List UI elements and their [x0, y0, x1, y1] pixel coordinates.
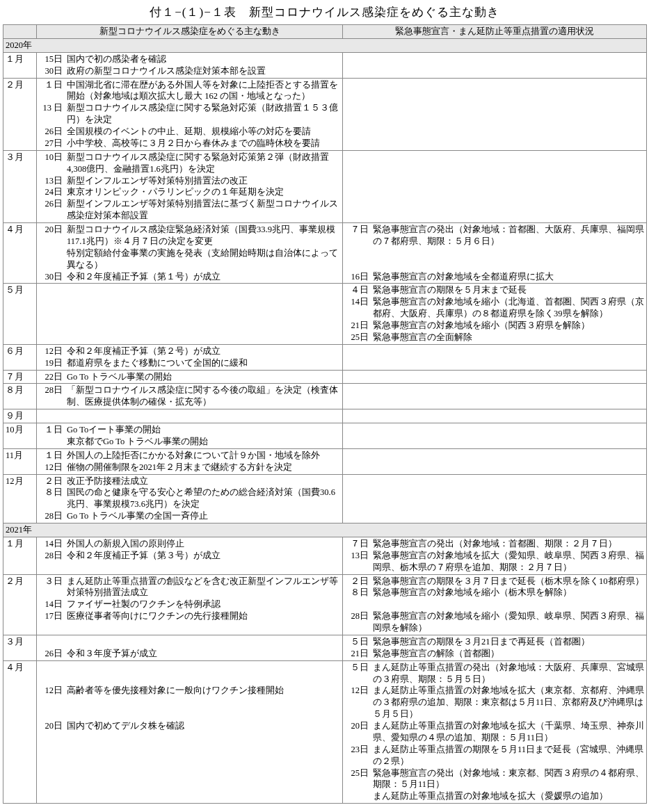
month-cell: ４月 [3, 223, 37, 284]
list-item: 19日都道府県をまたぐ移動について全国的に緩和 [39, 357, 340, 369]
entry-day: １日 [39, 424, 67, 436]
list-item: ８日緊急事態宣言の対象地域を縮小（栃木県を解除） [345, 587, 644, 599]
entry-day: 26日 [39, 198, 67, 210]
list-item: 12日令和２年度補正予算（第２号）が成立 [39, 346, 340, 357]
entry-text: Go To トラベル事業の全国一斉停止 [67, 510, 340, 522]
entry-day: 13日 [345, 550, 373, 562]
entry-text: 緊急事態宣言の期限を３月21日まで再延長（首都圏） [373, 636, 644, 648]
decl-cell [343, 423, 647, 449]
decl-cell [343, 150, 647, 222]
decl-cell [343, 52, 647, 78]
entry-day: １日 [39, 79, 67, 91]
list-item: 20日新型コロナウイルス感染症緊急経済対策（国費33.9兆円、事業規模117.1… [39, 224, 340, 247]
list-item: 24日東京オリンピック・パラリンピックの１年延期を決定 [39, 186, 340, 198]
entry-text: 外国人の上陸拒否にかかる対象について計９か国・地域を除外 [67, 450, 340, 462]
entry-text: 緊急事態宣言の対象地域を拡大（愛知県、岐阜県、関西３府県、福岡県、栃木県の７府県… [373, 550, 644, 574]
main-cell: 20日新型コロナウイルス感染症緊急経済対策（国費33.9兆円、事業規模117.1… [37, 223, 343, 284]
list-item: 20日国内で初めてデルタ株を確認 [39, 720, 340, 732]
list-item: ７日緊急事態宣言の発出（対象地域：首都圏、期限：２月７日） [345, 538, 644, 550]
table-row: 10月１日Go Toイート事業の開始東京都でGo To トラベル事業の開始 [3, 423, 647, 449]
list-item: ２日改正予防接種法成立 [39, 476, 340, 487]
entry-day: 24日 [39, 186, 67, 198]
main-cell: １日外国人の上陸拒否にかかる対象について計９か国・地域を除外12日催物の開催制限… [37, 448, 343, 474]
list-item: １日外国人の上陸拒否にかかる対象について計９か国・地域を除外 [39, 450, 340, 462]
table-row: ２月３日まん延防止等重点措置の創設などを含む改正新型インフルエンザ等対策特別措置… [3, 574, 647, 635]
entry-text: 東京都でGo To トラベル事業の開始 [67, 436, 340, 448]
entry-day: 27日 [39, 138, 67, 149]
list-item: 12日高齢者等を優先接種対象に一般向けワクチン接種開始 [39, 685, 340, 697]
decl-cell: ４日緊急事態宣言の期限を５月末まで延長14日緊急事態宣言の対象地域を縮小（北海道… [343, 284, 647, 344]
entry-day: 16日 [345, 271, 373, 283]
month-cell: ３月 [3, 635, 37, 660]
main-cell: 22日Go To トラベル事業の開始 [37, 370, 343, 384]
entry-text: 緊急事態宣言の対象地域を縮小（栃木県を解除） [373, 587, 644, 599]
entry-text: 緊急事態宣言の期限を３月７日まで延長（栃木県を除く10都府県） [373, 576, 644, 587]
entry-day: 14日 [39, 538, 67, 550]
list-item: 27日小中学校、高校等に３月２日から春休みまでの臨時休校を要請 [39, 138, 340, 149]
entry-text: 令和３年度予算が成立 [67, 648, 340, 660]
entry-text: 東京オリンピック・パラリンピックの１年延期を決定 [67, 186, 340, 198]
table-row: ４月12日高齢者等を優先接種対象に一般向けワクチン接種開始20日国内で初めてデル… [3, 660, 647, 804]
entry-day: ３日 [39, 576, 67, 587]
list-item: 30日政府の新型コロナウイルス感染症対策本部を設置 [39, 65, 340, 77]
entry-day: 19日 [39, 357, 67, 369]
month-cell: １月 [3, 537, 37, 574]
entry-text: 外国人の新規入国の原則停止 [67, 538, 340, 550]
entry-day: 28日 [39, 550, 67, 562]
main-cell: １日中国湖北省に滞在歴がある外国人等を対象に上陸拒否とする措置を開始（対象地域は… [37, 78, 343, 150]
list-item: ４日緊急事態宣言の期限を５月末まで延長 [345, 284, 644, 296]
list-item: 東京都でGo To トラベル事業の開始 [39, 436, 340, 448]
entry-day: 23日 [345, 744, 373, 756]
table-row: ７月22日Go To トラベル事業の開始 [3, 370, 647, 384]
month-cell: 12月 [3, 474, 37, 523]
entry-day: 20日 [39, 224, 67, 236]
entry-text: 緊急事態宣言の対象地域を縮小（関西３府県を解除） [373, 320, 644, 332]
entry-text: 緊急事態宣言の発出（対象地域：首都圏、期限：２月７日） [373, 538, 644, 550]
list-item: ８日国民の命と健康を守る安心と希望のための総合経済対策（国費30.6兆円、事業規… [39, 487, 340, 510]
list-item: ３日まん延防止等重点措置の創設などを含む改正新型インフルエンザ等対策特別措置法成… [39, 576, 340, 599]
list-item: 22日Go To トラベル事業の開始 [39, 371, 340, 383]
list-item: 21日緊急事態宣言の解除（首都圏） [345, 648, 644, 660]
entry-day: 10日 [39, 152, 67, 163]
list-item: ７日緊急事態宣言の発出（対象地域：首都圏、大阪府、兵庫県、福岡県の７都府県、期限… [345, 224, 644, 247]
month-cell: ４月 [3, 660, 37, 804]
timeline-table: 新型コロナウイルス感染症をめぐる主な動き 緊急事態宣言・まん延防止等重点措置の適… [3, 24, 647, 804]
list-item: 26日全国規模のイベントの中止、延期、規模縮小等の対応を要請 [39, 126, 340, 138]
decl-cell: ５日まん延防止等重点措置の発出（対象地域：大阪府、兵庫県、宮城県の３府県、期限：… [343, 660, 647, 804]
list-item: 28日Go To トラベル事業の全国一斉停止 [39, 510, 340, 522]
entry-day: １日 [39, 450, 67, 462]
entry-text: 改正予防接種法成立 [67, 476, 340, 487]
table-row: ３月10日新型コロナウイルス感染症に関する緊急対応策第２弾（財政措置4,308億… [3, 150, 647, 222]
list-item: 28日令和２年度補正予算（第３号）が成立 [39, 550, 340, 562]
entry-day: ２日 [345, 576, 373, 587]
entry-text: 緊急事態宣言の解除（首都圏） [373, 648, 644, 660]
decl-cell: ２日緊急事態宣言の期限を３月７日まで延長（栃木県を除く10都府県）８日緊急事態宣… [343, 574, 647, 635]
table-row: ８月28日「新型コロナウイルス感染症に関する今後の取組」を決定（検査体制、医療提… [3, 384, 647, 409]
list-item: 12日催物の開催制限を2021年２月末まで継続する方針を決定 [39, 462, 340, 473]
decl-cell [343, 409, 647, 423]
entry-day: ７日 [345, 538, 373, 550]
entry-text: 中国湖北省に滞在歴がある外国人等を対象に上陸拒否とする措置を開始（対象地域は順次… [67, 79, 340, 103]
month-cell: ８月 [3, 384, 37, 409]
entry-text: 国民の命と健康を守る安心と希望のための総合経済対策（国費30.6兆円、事業規模7… [67, 487, 340, 510]
entry-day: 14日 [39, 599, 67, 610]
entry-day: 26日 [39, 126, 67, 138]
list-item: 30日令和２年度補正予算（第１号）が成立 [39, 271, 340, 283]
main-cell [37, 284, 343, 344]
month-cell: ５月 [3, 284, 37, 344]
list-item: 特別定額給付金事業の実施を発表（支給開始時期は自治体によって異なる） [39, 247, 340, 271]
entry-text: 都道府県をまたぐ移動について全国的に緩和 [67, 357, 340, 369]
entry-text: 緊急事態宣言の発出（対象地域：首都圏、大阪府、兵庫県、福岡県の７都府県、期限：５… [373, 224, 644, 247]
main-cell: ２日改正予防接種法成立８日国民の命と健康を守る安心と希望のための総合経済対策（国… [37, 474, 343, 523]
entry-text: 国内で初めてデルタ株を確認 [67, 720, 340, 732]
year-label: 2021年 [3, 523, 647, 537]
entry-text: まん延防止等重点措置の対象地域を拡大（東京都、京都府、沖縄県の３都府県の追加、期… [373, 685, 644, 720]
list-item: 23日まん延防止等重点措置の期限を５月11日まで延長（宮城県、沖縄県の２県） [345, 744, 644, 768]
entry-text: 「新型コロナウイルス感染症に関する今後の取組」を決定（検査体制、医療提供体制の確… [67, 384, 340, 408]
list-item: 26日令和３年度予算が成立 [39, 648, 340, 660]
entry-day: 22日 [39, 371, 67, 383]
entry-day: 25日 [345, 332, 373, 343]
list-item: 15日国内で初の感染者を確認 [39, 54, 340, 65]
entry-text: 新型コロナウイルス感染症に関する緊急対応策第２弾（財政措置4,308億円、金融措… [67, 152, 340, 175]
entry-day: 12日 [345, 685, 373, 697]
